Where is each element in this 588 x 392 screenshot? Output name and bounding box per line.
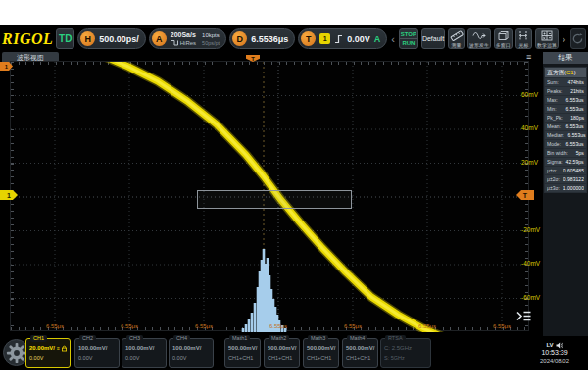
math2-card[interactable]: Math2500.00mV/CH1+CH1 — [264, 338, 300, 368]
rtsa-tab: RTSA — [385, 335, 406, 342]
trigger-sweep-mode: A — [374, 34, 381, 44]
default-button[interactable]: Default — [421, 28, 445, 49]
toolbar-scroll-right-icon[interactable]: › — [562, 33, 567, 45]
refresh-button[interactable] — [570, 28, 587, 49]
lock-icon — [62, 345, 67, 352]
stat-row: Sum:474hits — [545, 78, 586, 86]
rtsa-card[interactable]: RTSA C: 2.5GHz S: 5GHz — [380, 338, 431, 368]
memory-depth: 10kpts — [202, 31, 220, 39]
stat-row: Mode:6.553us — [545, 140, 586, 148]
voltage-label: -60mV — [521, 294, 542, 301]
math-grid-icon — [541, 30, 553, 41]
timebase-value: 500.00ps/ — [99, 34, 139, 44]
gear-icon — [6, 342, 27, 364]
clock-date: 2024/08/02 — [540, 357, 569, 365]
waveform-gen-label: 波形发生 — [469, 42, 489, 47]
trigger-slope-icon — [334, 34, 343, 44]
oscilloscope-ui: RIGOL TD H 500.00ps/ A 200Sa/s HiRes 10k… — [0, 24, 588, 370]
voltage-label: 20mV — [521, 159, 542, 166]
delay-value: 6.5536μs — [251, 34, 288, 44]
math-operation-button[interactable]: 数学运算 — [535, 28, 559, 49]
measure-button[interactable]: 测量 — [448, 28, 465, 49]
acquire-knob[interactable]: A — [152, 31, 167, 46]
results-sidebar: 结果 直方图(C1) Sum:474hitsPeaks:21hitsMax:6.… — [543, 52, 588, 336]
math1-card[interactable]: Math1500.00mV/CH1+CH1 — [224, 338, 261, 368]
cursor-icon — [516, 30, 530, 41]
horizontal-knob[interactable]: H — [80, 31, 95, 46]
run-label: RUN — [402, 39, 415, 47]
trigger-level-value: 0.00V — [347, 34, 370, 44]
stat-row: Pk_Pk:180ps — [545, 114, 586, 122]
sample-interval: 50ps/pt — [202, 39, 220, 47]
voltage-label: 40mV — [521, 124, 542, 131]
histogram-range-box[interactable] — [197, 190, 352, 209]
horizontal-scale-pill[interactable]: H 500.00ps/ — [77, 28, 146, 49]
stat-row: μ±2σ:0.983122 — [545, 175, 586, 183]
multi-window-button[interactable]: 多窗口 — [494, 28, 513, 49]
ch2-card[interactable]: CH2100.00mV/0.00V — [74, 338, 120, 368]
rigol-logo: RIGOL — [2, 30, 53, 48]
ruler-icon — [450, 30, 464, 41]
histogram-source: C1 — [566, 70, 574, 75]
toolbar-scroll-left-icon[interactable]: ‹ — [390, 33, 396, 45]
time-label: 6.55μs — [36, 323, 74, 329]
menu-lines-icon: ≡ — [57, 343, 60, 354]
stop-run-button[interactable]: STOP RUN — [399, 28, 418, 49]
screenshot-page: RIGOL TD H 500.00ps/ A 200Sa/s HiRes 10k… — [0, 0, 588, 392]
math3-card[interactable]: Math3500.00mV/CH1+CH1 — [303, 338, 339, 368]
ch1-card[interactable]: CH1 20.00mV/ ≡ 0.00V — [25, 338, 71, 368]
sample-rate: 200Sa/s — [171, 31, 196, 39]
time-label: 6.55μs — [409, 323, 446, 329]
math-operation-label: 数学运算 — [537, 42, 557, 47]
ch4-card[interactable]: CH4100.00mV/0.00V — [169, 338, 214, 368]
square-wave-icon — [171, 39, 178, 46]
stop-label: STOP — [401, 30, 416, 38]
trigger-mode-button[interactable]: TD — [56, 28, 74, 49]
stat-row: Min:6.553us — [545, 105, 586, 113]
status-clock: LV 10:53:39 2024/08/02 — [524, 338, 585, 368]
waveform-gen-button[interactable]: 波形发生 — [467, 28, 491, 49]
expand-menu-icon[interactable] — [515, 309, 533, 326]
trigger-pill[interactable]: T 1 0.00V A — [298, 28, 387, 49]
stat-row: Median:6.553us — [545, 131, 586, 139]
trigger-source-badge: 1 — [319, 33, 330, 44]
multi-window-label: 多窗口 — [496, 42, 511, 47]
signal-out-icon — [472, 30, 486, 41]
acquire-pill[interactable]: A 200Sa/s HiRes 10kpts 50ps/pt — [149, 28, 226, 49]
rtsa-center-freq: C: 2.5GHz — [384, 343, 427, 354]
math4-card[interactable]: Math4500.00mV/CH1+CH1 — [342, 338, 378, 368]
ch1-offset: 0.00V — [29, 354, 67, 363]
default-label: Default — [422, 35, 444, 42]
stat-row: μ±3σ:1.000000 — [545, 184, 586, 192]
waveform-view: 波形视图 ≡ 6.55μs6.55μs6.55μs6.55μs6.55μs6.5… — [0, 52, 541, 336]
measure-label: 测量 — [452, 42, 462, 47]
speaker-icon — [556, 342, 564, 349]
cube-icon — [496, 30, 510, 41]
stat-row: Peaks:21hits — [545, 87, 586, 95]
delay-pill[interactable]: D 6.5536μs — [229, 28, 295, 49]
ch1-scale: 20.00mV/ — [29, 343, 55, 354]
acquire-mode: HiRes — [180, 39, 196, 47]
time-label: 6.55μs — [260, 323, 297, 329]
voltage-label: -40mV — [521, 260, 542, 267]
trigger-knob[interactable]: T — [301, 31, 316, 46]
time-label: 6.55μs — [334, 323, 371, 329]
results-title: 结果 — [543, 52, 588, 64]
bottom-channel-bar: CH1 20.00mV/ ≡ 0.00V CH2100.00mV/0.00VCH… — [0, 336, 588, 370]
histogram-panel-header: 直方图(C1) — [545, 68, 586, 77]
graticule[interactable]: 6.55μs6.55μs6.55μs6.55μs6.55μs6.55μs6.55… — [10, 61, 529, 331]
time-label: 6.55μs — [111, 323, 148, 329]
lan-status: LV — [546, 341, 553, 349]
delay-knob[interactable]: D — [232, 31, 247, 46]
ch3-card[interactable]: CH3100.00mV/0.00V — [122, 338, 167, 368]
clock-time: 10:53:39 — [541, 349, 567, 357]
voltage-label: 60mV — [521, 91, 542, 98]
rtsa-span: S: 5GHz — [384, 354, 427, 363]
cursor-button[interactable]: 光标 — [515, 28, 532, 49]
time-label: 6.55μs — [185, 323, 222, 329]
histogram-results-panel[interactable]: 直方图(C1) Sum:474hitsPeaks:21hitsMax:6.553… — [544, 67, 587, 193]
stat-row: Bin width:5ps — [545, 149, 586, 157]
stat-row: Max:6.553us — [545, 96, 586, 104]
top-toolbar: RIGOL TD H 500.00ps/ A 200Sa/s HiRes 10k… — [0, 25, 588, 52]
voltage-label: -20mV — [521, 226, 542, 233]
